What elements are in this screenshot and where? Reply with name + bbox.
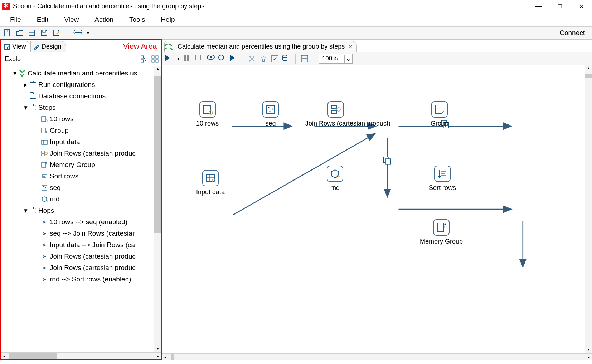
explore-repo-icon[interactable] (28, 29, 36, 37)
tree-hop-item[interactable]: 10 rows --> seq (enabled) (1, 216, 161, 228)
svg-rect-5 (43, 30, 45, 32)
folder-icon (29, 82, 37, 87)
stop-icon[interactable] (195, 55, 203, 63)
tree-hops-folder[interactable]: Hops (1, 205, 161, 216)
collapse-all-icon[interactable] (151, 55, 159, 63)
tree-hop-item[interactable]: seq --> Join Rows (cartesiar (1, 228, 161, 239)
tree-horizontal-scrollbar[interactable]: ◂▸ (1, 352, 161, 359)
chevron-down-icon[interactable]: ⌄ (344, 55, 352, 63)
run-caret-icon[interactable]: ▼ (176, 56, 180, 61)
canvas[interactable] (162, 65, 592, 360)
left-panel: View Area View Design Explo (0, 39, 162, 360)
database-explorer-icon[interactable] (282, 55, 290, 63)
canvas-horizontal-scrollbar[interactable]: ◂▸ (162, 353, 592, 360)
check-icon[interactable] (271, 55, 279, 63)
step-icon (40, 196, 48, 202)
tree-db-connections[interactable]: Database connections (1, 90, 161, 102)
tree-step-item[interactable]: Sort rows (1, 171, 161, 182)
tree-root[interactable]: Calculate median and percentiles us (1, 68, 161, 79)
svg-rect-11 (152, 56, 154, 58)
svg-text:Σ: Σ (443, 225, 446, 229)
svg-rect-38 (301, 55, 308, 58)
connect-button[interactable]: Connect (556, 28, 588, 38)
open-icon[interactable] (16, 29, 24, 37)
preview-icon[interactable] (207, 55, 215, 63)
svg-text:Σ: Σ (46, 130, 48, 134)
tree-step-item[interactable]: rnd (1, 193, 161, 205)
close-button[interactable]: ✕ (571, 0, 592, 13)
perspective-caret-icon[interactable]: ▼ (86, 30, 90, 35)
menu-tools[interactable]: Tools (122, 15, 152, 24)
hop-icon (40, 231, 48, 236)
tree-hop-item[interactable]: Join Rows (cartesian produc (1, 251, 161, 262)
svg-rect-60 (436, 105, 442, 114)
close-tab-icon[interactable]: ✕ (348, 44, 353, 50)
menu-file[interactable]: File (3, 15, 28, 24)
svg-line-10 (144, 57, 146, 61)
step-icon (40, 116, 48, 122)
maximize-button[interactable]: □ (549, 0, 571, 13)
tree-run-configs[interactable]: Run configurations (1, 79, 161, 90)
svg-rect-13 (152, 60, 154, 62)
svg-point-24 (45, 152, 48, 155)
tree-step-item[interactable]: Join Rows (cartesian produc (1, 148, 161, 159)
svg-rect-57 (331, 105, 336, 108)
tree-hop-item[interactable]: Input data --> Join Rows (ca (1, 239, 161, 251)
tree-step-item[interactable]: 10 rows (1, 113, 161, 125)
tree-hop-item[interactable]: rnd --> Sort rows (enabled) (1, 274, 161, 285)
tab-view[interactable]: View (1, 41, 31, 52)
canvas-vertical-scrollbar[interactable]: ▴▾ (585, 65, 592, 353)
step-join-rows[interactable]: Join Rows (cartesian product) (305, 101, 366, 127)
step-seq[interactable]: seq (262, 101, 279, 127)
svg-point-56 (269, 111, 270, 112)
tree[interactable]: Calculate median and percentiles us Run … (1, 66, 161, 352)
titlebar: Spoon - Calculate median and percentiles… (0, 0, 592, 13)
canvas-toolbar: ▼ 100% ⌄ (162, 52, 592, 65)
perspective-icon[interactable] (74, 29, 82, 37)
tree-steps-folder[interactable]: Steps (1, 102, 161, 113)
tree-step-item[interactable]: ΣMemory Group (1, 159, 161, 171)
filter-input[interactable] (24, 54, 137, 64)
app-icon (2, 3, 10, 10)
svg-text:Σ: Σ (442, 109, 445, 114)
step-sort-rows[interactable]: Sort rows (429, 166, 456, 192)
hop-icon (40, 242, 48, 248)
step-group[interactable]: Σ Group (431, 101, 448, 127)
tree-step-item[interactable]: ΣGroup (1, 125, 161, 136)
step-10-rows[interactable]: 10 rows (196, 101, 219, 127)
new-file-icon[interactable]: + (4, 29, 11, 37)
tab-design[interactable]: Design (30, 41, 66, 52)
tree-hop-item[interactable]: Join Rows (cartesian produc (1, 262, 161, 274)
step-memory-group[interactable]: Σ Memory Group (420, 219, 463, 245)
save-as-icon[interactable] (52, 29, 60, 37)
menu-help[interactable]: Help (154, 15, 182, 24)
tab-view-label: View (12, 43, 26, 50)
menu-action[interactable]: Action (87, 15, 121, 24)
editor-tabs: Calculate median and percentiles using t… (162, 40, 592, 52)
tree-vertical-scrollbar[interactable]: ▴▾ (154, 66, 161, 352)
replay-icon[interactable] (230, 55, 238, 63)
impact-icon[interactable] (259, 55, 267, 63)
debug-icon[interactable] (218, 55, 226, 63)
run-icon[interactable] (165, 55, 173, 63)
sql-icon[interactable] (248, 55, 256, 63)
editor-tab[interactable]: Calculate median and percentiles using t… (164, 41, 357, 52)
tree-step-item[interactable]: Input data (1, 136, 161, 148)
step-icon (40, 150, 48, 157)
zoom-select[interactable]: 100% ⌄ (319, 54, 353, 64)
minimize-button[interactable]: ― (528, 0, 549, 13)
show-results-icon[interactable] (301, 55, 309, 63)
svg-rect-19 (42, 140, 47, 144)
pause-icon[interactable] (184, 55, 192, 63)
step-input-data[interactable]: Input data (196, 170, 225, 196)
svg-rect-12 (156, 56, 158, 58)
svg-rect-8 (141, 56, 144, 58)
menu-edit[interactable]: Edit (30, 15, 56, 24)
zoom-value: 100% (319, 55, 344, 62)
svg-point-52 (209, 111, 213, 114)
save-icon[interactable] (40, 29, 48, 37)
step-rnd[interactable]: rnd (327, 166, 343, 192)
expand-all-icon[interactable] (140, 55, 148, 63)
menu-view[interactable]: View (57, 15, 86, 24)
tree-step-item[interactable]: seq (1, 182, 161, 193)
